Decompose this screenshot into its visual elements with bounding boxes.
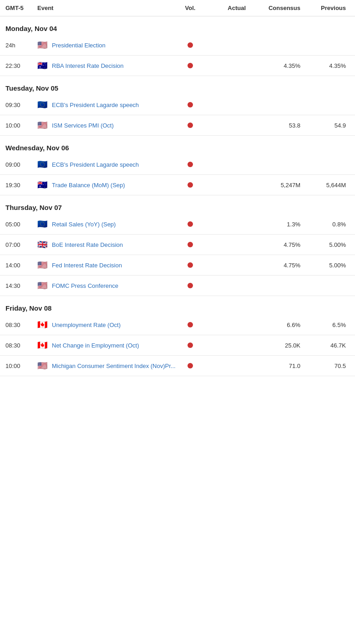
event-link[interactable]: 🇺🇸ISM Services PMI (Oct): [37, 122, 177, 129]
event-row: 08:30🇨🇦Net Change in Employment (Oct)25.…: [0, 335, 355, 356]
event-link[interactable]: 🇺🇸Michigan Consumer Sentiment Index (Nov…: [37, 362, 177, 369]
event-link[interactable]: 🇺🇸FOMC Press Conference: [37, 282, 177, 289]
event-row: 24h🇺🇸Presidential Election: [0, 35, 355, 56]
vol-cell: [177, 221, 204, 227]
event-link[interactable]: 🇨🇦Net Change in Employment (Oct): [37, 342, 177, 349]
flag-icon: 🇪🇺: [37, 161, 48, 168]
previous-value: 5,644M: [304, 182, 350, 189]
col-previous-header: Previous: [304, 5, 350, 11]
flag-icon: 🇦🇺: [37, 62, 48, 69]
event-link[interactable]: 🇬🇧BoE Interest Rate Decision: [37, 241, 177, 248]
event-name[interactable]: Presidential Election: [52, 42, 106, 49]
volatility-dot: [188, 123, 193, 128]
flag-icon: 🇺🇸: [37, 362, 48, 369]
previous-value: 5.00%: [304, 262, 350, 269]
vol-cell: [177, 363, 204, 368]
event-name[interactable]: BoE Interest Rate Decision: [52, 241, 123, 248]
event-time: 10:00: [5, 122, 37, 129]
event-name[interactable]: Trade Balance (MoM) (Sep): [52, 182, 125, 189]
consensus-value: 1.3%: [249, 221, 304, 228]
event-time: 08:30: [5, 322, 37, 328]
event-row: 05:00🇪🇺Retail Sales (YoY) (Sep)1.3%0.8%: [0, 214, 355, 235]
event-row: 10:00🇺🇸ISM Services PMI (Oct)53.854.9: [0, 115, 355, 136]
volatility-dot: [188, 322, 193, 327]
previous-value: 4.35%: [304, 62, 350, 69]
event-name[interactable]: Net Change in Employment (Oct): [52, 342, 139, 349]
event-row: 09:30🇪🇺ECB's President Lagarde speech: [0, 95, 355, 115]
flag-icon: 🇪🇺: [37, 220, 48, 228]
flag-icon: 🇦🇺: [37, 181, 48, 189]
previous-value: 70.5: [304, 363, 350, 369]
consensus-value: 71.0: [249, 363, 304, 369]
col-consensus-header: Consensus: [249, 5, 304, 11]
event-link[interactable]: 🇪🇺ECB's President Lagarde speech: [37, 161, 177, 168]
day-label: Tuesday, Nov 05: [5, 84, 58, 92]
flag-icon: 🇬🇧: [37, 241, 48, 248]
day-label: Thursday, Nov 07: [5, 204, 62, 211]
event-link[interactable]: 🇺🇸Fed Interest Rate Decision: [37, 261, 177, 269]
event-row: 14:30🇺🇸FOMC Press Conference: [0, 276, 355, 296]
event-name[interactable]: ECB's President Lagarde speech: [52, 161, 139, 168]
event-name[interactable]: ECB's President Lagarde speech: [52, 102, 139, 108]
volatility-dot: [188, 363, 193, 368]
volatility-dot: [188, 102, 193, 107]
flag-icon: 🇨🇦: [37, 321, 48, 328]
event-link[interactable]: 🇪🇺Retail Sales (YoY) (Sep): [37, 220, 177, 228]
event-link[interactable]: 🇦🇺RBA Interest Rate Decision: [37, 62, 177, 69]
vol-cell: [177, 182, 204, 188]
flag-icon: 🇺🇸: [37, 41, 48, 49]
event-time: 09:30: [5, 102, 37, 108]
event-name[interactable]: ISM Services PMI (Oct): [52, 122, 114, 129]
event-name[interactable]: FOMC Press Conference: [52, 282, 118, 289]
col-event-header: Event: [37, 5, 177, 11]
event-name[interactable]: Fed Interest Rate Decision: [52, 262, 122, 269]
event-row: 14:00🇺🇸Fed Interest Rate Decision4.75%5.…: [0, 255, 355, 276]
event-time: 09:00: [5, 161, 37, 168]
event-time: 08:30: [5, 342, 37, 349]
volatility-dot: [188, 283, 193, 288]
event-link[interactable]: 🇺🇸Presidential Election: [37, 41, 177, 49]
event-time: 14:00: [5, 262, 37, 269]
flag-icon: 🇺🇸: [37, 122, 48, 129]
col-actual-header: Actual: [204, 5, 249, 11]
consensus-value: 53.8: [249, 122, 304, 129]
flag-icon: 🇺🇸: [37, 282, 48, 289]
volatility-dot: [188, 42, 193, 48]
calendar-body: Monday, Nov 0424h🇺🇸Presidential Election…: [0, 16, 355, 376]
event-link[interactable]: 🇨🇦Unemployment Rate (Oct): [37, 321, 177, 328]
event-time: 14:30: [5, 282, 37, 289]
previous-value: 6.5%: [304, 322, 350, 328]
day-label: Friday, Nov 08: [5, 304, 51, 312]
consensus-value: 4.75%: [249, 262, 304, 269]
event-time: 24h: [5, 42, 37, 49]
volatility-dot: [188, 242, 193, 247]
event-name[interactable]: Unemployment Rate (Oct): [52, 322, 121, 328]
event-time: 07:00: [5, 241, 37, 248]
event-time: 22:30: [5, 62, 37, 69]
flag-icon: 🇺🇸: [37, 261, 48, 269]
event-link[interactable]: 🇪🇺ECB's President Lagarde speech: [37, 101, 177, 108]
vol-cell: [177, 322, 204, 327]
event-time: 19:30: [5, 182, 37, 189]
volatility-dot: [188, 221, 193, 227]
volatility-dot: [188, 262, 193, 268]
day-section: Thursday, Nov 07: [0, 195, 355, 214]
day-label: Monday, Nov 04: [5, 25, 57, 32]
vol-cell: [177, 42, 204, 48]
consensus-value: 5,247M: [249, 182, 304, 189]
col-vol-header: Vol.: [177, 5, 204, 11]
event-name[interactable]: Michigan Consumer Sentiment Index (Nov)P…: [52, 363, 176, 369]
previous-value: 46.7K: [304, 342, 350, 349]
header-row: GMT-5 Event Vol. Actual Consensus Previo…: [0, 0, 355, 16]
day-section: Monday, Nov 04: [0, 16, 355, 35]
consensus-value: 6.6%: [249, 322, 304, 328]
event-row: 10:00🇺🇸Michigan Consumer Sentiment Index…: [0, 356, 355, 376]
volatility-dot: [188, 342, 193, 348]
vol-cell: [177, 242, 204, 247]
vol-cell: [177, 342, 204, 348]
event-name[interactable]: RBA Interest Rate Decision: [52, 62, 124, 69]
event-name[interactable]: Retail Sales (YoY) (Sep): [52, 221, 116, 228]
previous-value: 5.00%: [304, 241, 350, 248]
event-link[interactable]: 🇦🇺Trade Balance (MoM) (Sep): [37, 181, 177, 189]
event-row: 22:30🇦🇺RBA Interest Rate Decision4.35%4.…: [0, 56, 355, 76]
